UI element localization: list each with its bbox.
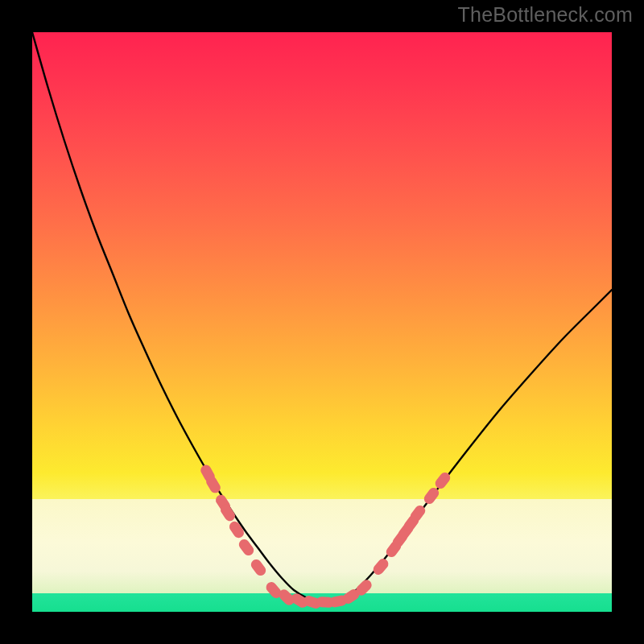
- plot-area: [32, 32, 612, 612]
- watermark-text: TheBottleneck.com: [458, 3, 633, 27]
- chart-frame: TheBottleneck.com: [0, 0, 644, 644]
- highlight-dot: [371, 556, 390, 576]
- curve-layer: [32, 32, 612, 612]
- bottleneck-curve: [32, 32, 612, 602]
- highlight-dots-group: [199, 463, 452, 609]
- highlight-dot: [249, 557, 268, 577]
- highlight-dot: [227, 519, 246, 540]
